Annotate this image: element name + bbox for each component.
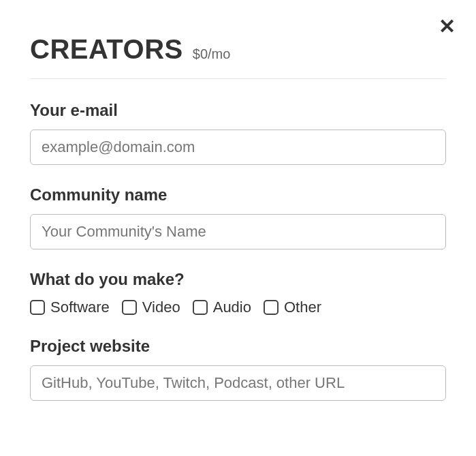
close-icon: ✕ <box>439 15 456 37</box>
website-label: Project website <box>30 337 446 356</box>
checkbox-audio[interactable]: Audio <box>193 299 251 316</box>
checkbox-software[interactable]: Software <box>30 299 110 316</box>
checkbox-software-label: Software <box>50 299 110 316</box>
website-field[interactable] <box>30 365 446 401</box>
header-divider <box>30 78 446 79</box>
checkbox-box-icon <box>30 300 45 315</box>
email-label: Your e-mail <box>30 101 446 120</box>
make-group: What do you make? Software Video Audio O… <box>30 270 446 316</box>
checkbox-box-icon <box>264 300 279 315</box>
form-container: CREATORS $0/mo Your e-mail Community nam… <box>0 0 476 435</box>
make-label: What do you make? <box>30 270 446 289</box>
checkbox-video[interactable]: Video <box>122 299 180 316</box>
form-header: CREATORS $0/mo <box>30 34 446 65</box>
page-title: CREATORS <box>30 34 183 65</box>
checkbox-box-icon <box>122 300 137 315</box>
checkbox-audio-label: Audio <box>213 299 251 316</box>
email-group: Your e-mail <box>30 101 446 165</box>
make-options: Software Video Audio Other <box>30 299 446 316</box>
website-group: Project website <box>30 337 446 401</box>
checkbox-other-label: Other <box>284 299 321 316</box>
close-button[interactable]: ✕ <box>439 16 456 37</box>
community-label: Community name <box>30 185 446 204</box>
community-group: Community name <box>30 185 446 249</box>
checkbox-video-label: Video <box>142 299 180 316</box>
checkbox-other[interactable]: Other <box>264 299 321 316</box>
email-field[interactable] <box>30 130 446 165</box>
community-field[interactable] <box>30 214 446 249</box>
price-badge: $0/mo <box>193 46 231 62</box>
checkbox-box-icon <box>193 300 208 315</box>
